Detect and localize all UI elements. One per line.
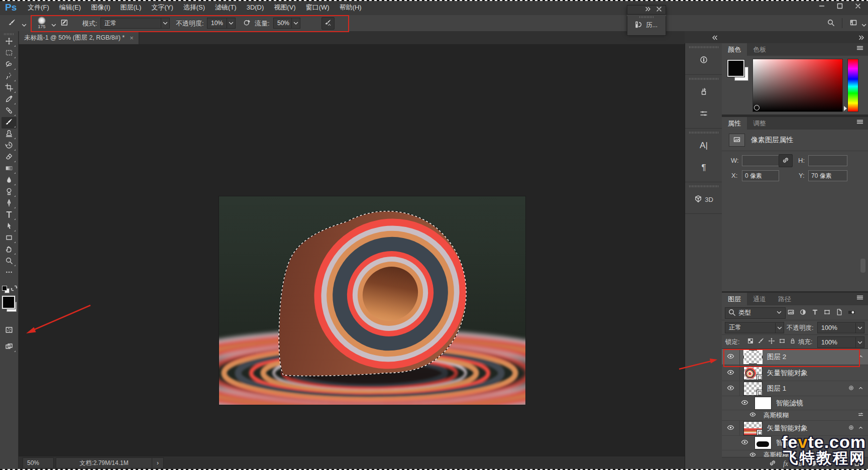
blend-mode-dropdown[interactable]: 正常 <box>100 18 170 29</box>
layer-thumbnail[interactable] <box>743 382 763 396</box>
x-input[interactable]: 0 像素 <box>742 170 779 181</box>
screen-mode-button[interactable] <box>2 341 17 353</box>
airbrush-button[interactable] <box>321 17 335 30</box>
layer-row-0[interactable]: 图层 2 <box>722 349 868 365</box>
swap-colors-icon[interactable] <box>10 284 18 294</box>
tool-preset-chevron-icon[interactable] <box>20 21 28 31</box>
filter-shape-layers-icon[interactable] <box>823 308 831 317</box>
layer-opacity-dropdown[interactable]: 100% <box>817 322 864 333</box>
move-tool[interactable] <box>2 36 17 48</box>
color-foreground-swatch[interactable] <box>727 60 744 77</box>
history-collapse-icon[interactable] <box>644 5 652 15</box>
smart-filter-indicator-icon[interactable] <box>848 424 854 432</box>
history-close-icon[interactable] <box>655 5 663 15</box>
width-input[interactable] <box>742 155 779 166</box>
filter-mask-thumbnail[interactable] <box>754 436 772 449</box>
zoom-level-field[interactable]: 50% <box>23 457 54 468</box>
hue-strip[interactable] <box>847 59 858 112</box>
lock-image-icon[interactable] <box>757 337 765 346</box>
minimize-button[interactable] <box>815 1 829 12</box>
layer-row-5[interactable]: 矢量智能对象 <box>722 421 868 436</box>
toggle-brush-panel-button[interactable] <box>59 18 70 29</box>
visibility-eye-icon[interactable] <box>741 399 748 408</box>
hue-slider-cursor[interactable] <box>844 106 847 111</box>
filter-type-layers-icon[interactable] <box>811 308 819 317</box>
layer-thumbnail[interactable] <box>743 350 763 364</box>
menu-item-2[interactable]: 图像(I) <box>86 0 115 15</box>
expand-dock-icon[interactable] <box>711 34 719 43</box>
filter-mask-thumbnail[interactable] <box>754 397 772 410</box>
menu-item-10[interactable]: 帮助(H) <box>335 0 367 15</box>
layer-thumbnail[interactable] <box>743 366 763 380</box>
eyedropper-tool[interactable] <box>2 94 17 105</box>
tool-preset-brush[interactable] <box>6 18 18 29</box>
layer-row-1[interactable]: 矢量智能对象 <box>722 365 868 381</box>
brush-tool[interactable] <box>2 117 17 129</box>
y-input[interactable]: 70 像素 <box>808 170 847 181</box>
filter-pixel-layers-icon[interactable] <box>787 308 795 317</box>
pen-tool[interactable] <box>2 198 17 209</box>
lock-transparent-icon[interactable] <box>747 337 754 346</box>
default-colors-icon[interactable] <box>2 286 7 291</box>
dodge-tool[interactable] <box>2 186 17 198</box>
path-select-tool[interactable] <box>2 221 17 232</box>
collapse-chevron-icon[interactable] <box>857 353 864 361</box>
flow-dropdown[interactable]: 50% <box>273 18 300 29</box>
link-layers-button[interactable] <box>769 459 777 468</box>
opacity-dropdown[interactable]: 10% <box>207 18 236 29</box>
lasso-tool[interactable] <box>2 59 17 71</box>
visibility-eye-icon[interactable] <box>727 384 734 393</box>
healing-brush-tool[interactable] <box>2 105 17 117</box>
layers-panel-menu-icon[interactable] <box>856 294 864 303</box>
history-brush-tool[interactable] <box>2 140 17 152</box>
dock-3d-panel[interactable]: 3D <box>685 188 722 210</box>
tablet-pressure-opacity-button[interactable] <box>242 18 253 29</box>
menu-item-1[interactable]: 编辑(E) <box>54 0 86 15</box>
crop-tool[interactable] <box>2 82 17 94</box>
maximize-button[interactable] <box>833 1 847 12</box>
properties-panel-menu-icon[interactable] <box>856 118 864 128</box>
tab-close-icon[interactable]: × <box>130 34 134 42</box>
tab-properties[interactable]: 属性 <box>722 117 747 130</box>
collapse-chevron-icon[interactable] <box>857 385 864 393</box>
filter-adjustment-layers-icon[interactable] <box>799 308 807 317</box>
lock-position-icon[interactable] <box>768 337 775 346</box>
tab-color[interactable]: 颜色 <box>722 43 747 56</box>
layer-row-3[interactable]: 智能滤镜 <box>722 396 868 410</box>
filter-options-icon[interactable] <box>857 411 864 419</box>
menu-item-4[interactable]: 文字(Y) <box>146 0 178 15</box>
brush-size-picker[interactable]: 175 <box>35 16 48 30</box>
color-panel-menu-icon[interactable] <box>856 44 864 54</box>
layer-row-4[interactable]: 高斯模糊 <box>722 410 868 421</box>
new-layer-button[interactable] <box>838 459 846 468</box>
add-mask-button[interactable] <box>795 459 803 468</box>
dock-paragraph-panel[interactable]: ¶ <box>685 157 722 179</box>
shape-tool[interactable] <box>2 232 17 244</box>
layer-filter-type-dropdown[interactable]: 类型 <box>725 307 786 319</box>
menu-item-7[interactable]: 3D(D) <box>242 0 269 15</box>
layer-blend-mode-dropdown[interactable]: 正常 <box>725 322 784 333</box>
new-group-button[interactable] <box>824 459 832 468</box>
visibility-eye-icon[interactable] <box>727 369 734 378</box>
menu-item-6[interactable]: 滤镜(T) <box>210 0 242 15</box>
dock-info-panel[interactable] <box>685 49 722 71</box>
hand-tool[interactable] <box>2 244 17 256</box>
eraser-tool[interactable] <box>2 152 17 163</box>
tab-channels[interactable]: 通道 <box>747 293 772 305</box>
history-panel-header[interactable] <box>627 5 666 15</box>
visibility-eye-icon[interactable] <box>727 424 734 433</box>
workspace-switcher[interactable] <box>847 18 860 29</box>
layer-thumbnail[interactable] <box>743 421 763 435</box>
layer-style-button[interactable]: fx <box>783 460 788 468</box>
tab-paths[interactable]: 路径 <box>772 293 797 305</box>
close-button[interactable] <box>851 1 865 12</box>
delete-layer-button[interactable] <box>853 459 861 468</box>
visibility-eye-icon[interactable] <box>749 411 756 419</box>
layer-row-6[interactable]: 智能滤镜 <box>722 436 868 450</box>
layer-fill-dropdown[interactable]: 100% <box>817 336 864 348</box>
clone-stamp-tool[interactable] <box>2 129 17 140</box>
visibility-eye-icon[interactable] <box>741 438 748 447</box>
color-saturation-field[interactable] <box>752 59 843 112</box>
quick-mask-button[interactable] <box>2 325 17 336</box>
foreground-color-swatch[interactable] <box>2 296 15 309</box>
